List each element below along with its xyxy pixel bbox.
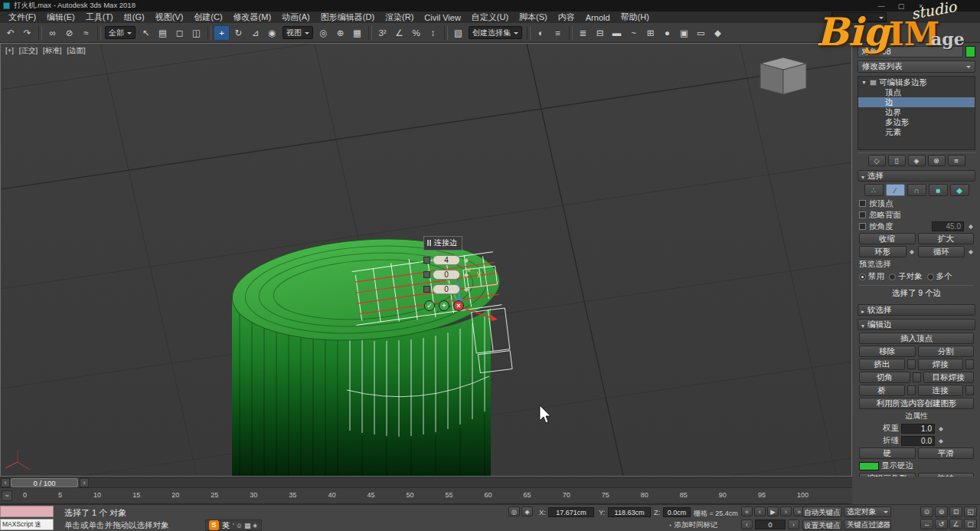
stack-item-element[interactable]: 元素	[858, 127, 975, 137]
viewport[interactable]: x y [+] [正交] [标准] [边面] 连接边 400 ✓+×	[0, 43, 852, 477]
ime-toolbox-icon[interactable]: ∗	[252, 522, 258, 529]
crease-spinner[interactable]	[937, 436, 944, 446]
select-and-manipulate-button[interactable]: ⊕	[332, 25, 348, 41]
connect-settings-button[interactable]	[965, 385, 974, 395]
reference-coordinate-dropdown[interactable]: 视图	[283, 26, 313, 39]
time-slider-handle[interactable]: 0 / 100	[11, 478, 78, 487]
use-pivot-center-button[interactable]: ◎	[315, 25, 332, 41]
menu-item-edit[interactable]: 编辑(E)	[41, 11, 80, 23]
sogou-ime-icon[interactable]: S	[209, 520, 219, 530]
object-name-field[interactable]: 对象008	[858, 46, 963, 57]
turn-button[interactable]: 旋转	[918, 473, 975, 477]
pan-view-button[interactable]: ↔	[920, 519, 933, 529]
menu-item-file[interactable]: 文件(F)	[3, 11, 41, 23]
element-mode-button[interactable]: ◆	[950, 184, 969, 196]
maximize-button[interactable]: ▢	[891, 2, 911, 10]
menu-item-create[interactable]: 创建(C)	[188, 11, 227, 23]
go-to-start-button[interactable]: «	[741, 506, 753, 516]
caddy-pinch-field[interactable]: 0	[423, 270, 485, 280]
redo-button[interactable]: ↷	[19, 25, 35, 41]
bind-to-space-warp-button[interactable]: ≈	[78, 25, 94, 41]
render-production-button[interactable]: ◆	[710, 25, 726, 41]
edit-edges-rollout-header[interactable]: 编辑边	[858, 319, 975, 330]
zoom-extents-button[interactable]: ⊡	[949, 506, 962, 517]
selected-filter-dropdown[interactable]: 选定对象	[844, 506, 891, 517]
by-angle-spinner[interactable]	[967, 221, 974, 231]
extrude-button[interactable]: 挤出	[859, 359, 905, 370]
by-vertex-checkbox[interactable]: 按顶点	[859, 198, 974, 208]
menu-item-arnold[interactable]: Arnold	[580, 13, 616, 22]
smooth-button[interactable]: 平滑	[918, 447, 975, 459]
weld-button[interactable]: 焊接	[918, 359, 964, 370]
grow-button[interactable]: 扩大	[918, 233, 975, 244]
menu-item-animation[interactable]: 动画(A)	[276, 11, 315, 23]
caddy-segments-field[interactable]: 4	[423, 255, 485, 265]
material-editor-button[interactable]: ●	[659, 25, 675, 41]
scene-explorer-toggle[interactable]: ≣	[575, 25, 591, 41]
time-slider-next-button[interactable]: ›	[80, 478, 89, 487]
close-button[interactable]: ×	[911, 2, 931, 10]
align-button[interactable]: ≡	[550, 25, 566, 41]
caddy-pinch-spinner[interactable]	[462, 270, 469, 280]
extrude-settings-button[interactable]	[907, 359, 916, 369]
orbit-button[interactable]: ↺	[935, 519, 948, 529]
selection-lock-toggle[interactable]: ◈	[521, 506, 533, 516]
menu-item-modifiers[interactable]: 修改器(M)	[228, 11, 277, 23]
window-crossing-toggle[interactable]: ◫	[188, 25, 204, 41]
menu-item-scripting[interactable]: 脚本(S)	[514, 11, 553, 23]
stack-item-editable-poly[interactable]: ▼可编辑多边形	[858, 77, 975, 87]
select-and-place-button[interactable]: ◉	[264, 25, 280, 41]
object-color-swatch[interactable]	[965, 46, 975, 57]
render-setup-button[interactable]: ▣	[676, 25, 692, 41]
named-selection-dropdown[interactable]: 创建选择集	[469, 26, 522, 39]
soft-selection-rollout-header[interactable]: 软选择	[858, 304, 975, 316]
previous-key-button[interactable]: ‹	[741, 520, 753, 529]
weld-settings-button[interactable]	[965, 359, 974, 369]
mini-curve-editor-button[interactable]: ~	[2, 490, 12, 501]
mirror-button[interactable]: ◐	[533, 25, 549, 41]
vertex-mode-button[interactable]: ∴	[864, 184, 884, 196]
by-angle-checkbox[interactable]: 按角度 45.0	[859, 221, 974, 231]
bridge-settings-button[interactable]	[907, 385, 916, 395]
workspace-selector[interactable]	[831, 12, 887, 22]
selection-region-button[interactable]: ◻	[172, 25, 188, 41]
caddy-slide-spinner[interactable]	[462, 284, 469, 294]
bridge-button[interactable]: 桥	[859, 385, 905, 396]
menu-item-graph-editors[interactable]: 图形编辑器(D)	[315, 11, 380, 23]
zoom-button[interactable]: ⊙	[920, 506, 933, 517]
ribbon-toggle[interactable]: ▬	[609, 25, 625, 41]
maximize-viewport-toggle[interactable]: ▢	[964, 519, 977, 529]
selection-rollout-header[interactable]: 选择	[858, 170, 975, 182]
x-coord-field[interactable]: 17.671cm	[548, 507, 594, 517]
curve-editor-button[interactable]: ~	[626, 25, 642, 41]
pin-stack-button[interactable]: ◇	[868, 155, 886, 166]
remove-modifier-button[interactable]: ⊗	[928, 155, 946, 166]
weight-field[interactable]: 1.0	[901, 424, 935, 434]
layer-explorer-toggle[interactable]: ⊟	[592, 25, 608, 41]
soft-keyboard-icon[interactable]: ▦	[244, 522, 251, 529]
configure-modifier-sets-button[interactable]: ≡	[948, 155, 965, 166]
ime-language-toggle[interactable]: 英	[222, 520, 230, 531]
set-key-button[interactable]: 设置关键点	[802, 520, 842, 530]
menu-item-views[interactable]: 视图(V)	[150, 11, 189, 23]
track-bar[interactable]: ~ 05101520253035404550556065707580859095…	[0, 488, 852, 504]
percent-snap-toggle[interactable]: %	[408, 25, 424, 41]
caddy-apply-and-continue-button[interactable]: +	[439, 300, 449, 311]
maxscript-mini-listener[interactable]: MAXScript 迷	[0, 519, 54, 530]
viewport-shading-label[interactable]: [标准]	[43, 46, 61, 56]
target-weld-button[interactable]: 目标焊接	[923, 372, 975, 383]
preview-subobject-radio[interactable]: 子对象	[889, 271, 923, 282]
hard-edge-color-swatch[interactable]	[859, 462, 879, 470]
edit-named-selection-sets-button[interactable]: ▧	[450, 25, 466, 41]
caddy-ok-button[interactable]: ✓	[424, 300, 435, 311]
add-time-tag[interactable]: ◔ 添加时间标记	[668, 520, 717, 530]
ignore-backfacing-checkbox[interactable]: 忽略背面	[859, 210, 974, 220]
edit-triangulation-button[interactable]: 编辑三角形	[859, 473, 916, 477]
key-filters-button[interactable]: 关键点过滤器...	[844, 520, 891, 530]
time-slider-prev-button[interactable]: ‹	[1, 478, 10, 487]
preview-off-radio[interactable]: 禁用	[859, 271, 884, 282]
view-cube[interactable]	[760, 57, 806, 94]
viewport-edged-faces-label[interactable]: [边面]	[67, 46, 85, 56]
menu-item-content[interactable]: 内容	[553, 11, 580, 23]
next-key-button[interactable]: ›	[788, 520, 799, 529]
